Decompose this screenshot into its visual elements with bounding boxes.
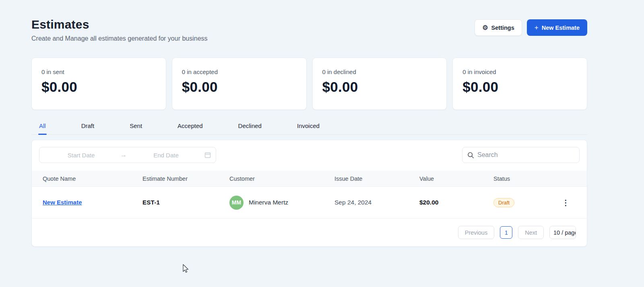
stat-value: $0.00 bbox=[322, 79, 437, 95]
filter-row: → bbox=[32, 140, 587, 163]
stat-card-accepted: 0 in accepted $0.00 bbox=[172, 58, 307, 110]
page-size-select[interactable]: 10 / page bbox=[549, 226, 576, 239]
search-input[interactable] bbox=[477, 151, 574, 159]
col-customer: Customer bbox=[229, 176, 334, 182]
stat-label: 0 in accepted bbox=[182, 68, 297, 75]
page-header: Estimates Create and Manage all estimate… bbox=[31, 18, 587, 42]
stat-label: 0 in invoiced bbox=[462, 68, 577, 75]
calendar-icon[interactable] bbox=[204, 152, 211, 158]
end-date-input[interactable] bbox=[129, 152, 203, 159]
start-date-input[interactable] bbox=[44, 152, 118, 159]
next-page-button[interactable]: Next bbox=[518, 226, 544, 239]
stat-label: 0 in sent bbox=[41, 68, 156, 75]
stat-label: 0 in declined bbox=[322, 68, 437, 75]
search-box[interactable] bbox=[462, 147, 580, 163]
settings-button[interactable]: ⚙ Settings bbox=[475, 19, 522, 36]
new-estimate-button-label: New Estimate bbox=[542, 25, 580, 31]
stat-card-invoiced: 0 in invoiced $0.00 bbox=[452, 58, 587, 110]
col-quote-name: Quote Name bbox=[32, 176, 142, 182]
page-number-button[interactable]: 1 bbox=[500, 226, 512, 239]
col-issue-date: Issue Date bbox=[334, 176, 419, 182]
pagination: Previous 1 Next 10 / page bbox=[32, 219, 587, 246]
tab-draft[interactable]: Draft bbox=[81, 122, 95, 134]
tab-all[interactable]: All bbox=[39, 122, 46, 134]
page-header-text: Estimates Create and Manage all estimate… bbox=[31, 18, 208, 42]
issue-date: Sep 24, 2024 bbox=[334, 199, 372, 206]
status-tabs: All Draft Sent Accepted Declined Invoice… bbox=[31, 122, 587, 135]
table-header-row: Quote Name Estimate Number Customer Issu… bbox=[32, 171, 587, 187]
estimates-table-card: → Q bbox=[31, 140, 587, 247]
customer-name: Minerva Mertz bbox=[249, 199, 288, 206]
stat-card-declined: 0 in declined $0.00 bbox=[312, 58, 447, 110]
status-badge: Draft bbox=[493, 198, 514, 207]
page-subtitle: Create and Manage all estimates generate… bbox=[31, 35, 208, 42]
header-actions: ⚙ Settings + New Estimate bbox=[475, 19, 587, 36]
previous-page-button[interactable]: Previous bbox=[458, 226, 494, 239]
plus-icon: + bbox=[535, 24, 539, 31]
quote-name-link[interactable]: New Estimate bbox=[43, 199, 82, 206]
col-value: Value bbox=[419, 176, 493, 182]
customer-avatar: MM bbox=[229, 196, 244, 210]
stat-value: $0.00 bbox=[462, 79, 577, 95]
col-estimate-number: Estimate Number bbox=[142, 176, 229, 182]
stat-cards: 0 in sent $0.00 0 in accepted $0.00 0 in… bbox=[31, 58, 587, 110]
date-range-picker[interactable]: → bbox=[39, 147, 216, 163]
search-icon bbox=[467, 152, 474, 159]
tab-invoiced[interactable]: Invoiced bbox=[297, 122, 320, 134]
gear-icon: ⚙ bbox=[482, 25, 488, 31]
page-title: Estimates bbox=[31, 18, 208, 31]
settings-button-label: Settings bbox=[491, 25, 514, 31]
estimates-page: Estimates Create and Manage all estimate… bbox=[31, 0, 587, 247]
stat-value: $0.00 bbox=[182, 79, 297, 95]
mouse-cursor-icon bbox=[181, 264, 190, 275]
table-row: New Estimate EST-1 MM Minerva Mertz Sep … bbox=[32, 187, 587, 219]
tab-sent[interactable]: Sent bbox=[130, 122, 142, 134]
estimate-number: EST-1 bbox=[142, 199, 160, 206]
stat-card-sent: 0 in sent $0.00 bbox=[31, 58, 166, 110]
arrow-right-icon: → bbox=[118, 151, 129, 159]
new-estimate-button[interactable]: + New Estimate bbox=[527, 19, 587, 36]
stat-value: $0.00 bbox=[41, 79, 156, 95]
tab-accepted[interactable]: Accepted bbox=[178, 122, 203, 134]
estimates-table: Quote Name Estimate Number Customer Issu… bbox=[32, 171, 587, 219]
tab-declined[interactable]: Declined bbox=[238, 122, 262, 134]
row-actions-kebab-icon[interactable]: ⋮ bbox=[559, 196, 573, 209]
col-status: Status bbox=[493, 176, 559, 182]
estimate-value: $20.00 bbox=[419, 199, 438, 206]
